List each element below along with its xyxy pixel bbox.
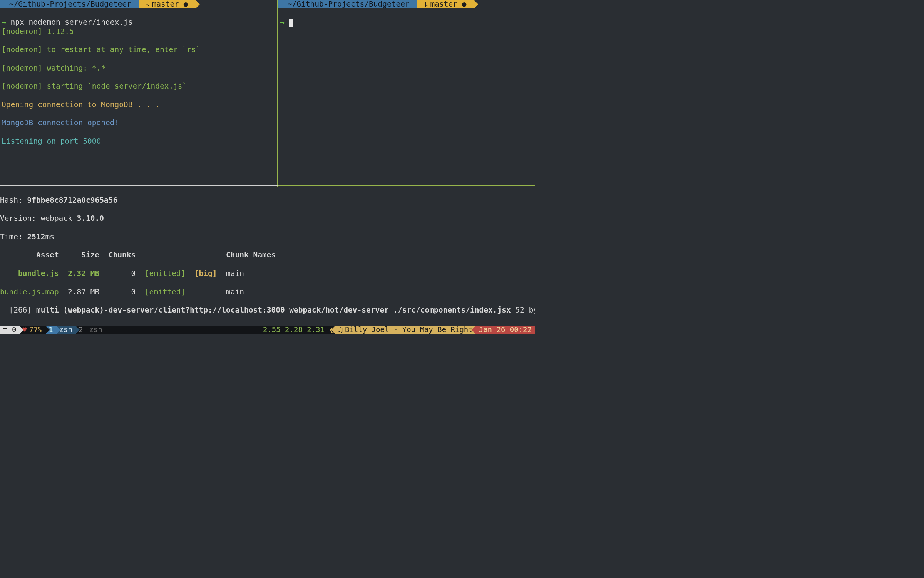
webpack-output: Hash: 9fbbe8c8712a0c965a56 Version: webp… bbox=[0, 187, 535, 324]
terminal-output-left[interactable]: → npx nodemon server/index.js [nodemon] … bbox=[0, 8, 277, 164]
prompt-dirty-dot: ● bbox=[179, 0, 192, 9]
session-indicator[interactable]: ❐ 0 bbox=[0, 326, 19, 334]
session-id: 0 bbox=[12, 325, 16, 334]
tmux-screen: ~/Github-Projects/Budgeteer master ● → n… bbox=[0, 0, 535, 334]
now-playing: ♫Billy Joel - You May Be Right bbox=[335, 326, 476, 334]
hash-value: 9fbbe8c8712a0c965a56 bbox=[27, 196, 117, 205]
output-line: [nodemon] to restart at any time, enter … bbox=[2, 45, 276, 54]
last-command: npx nodemon server/index.js bbox=[10, 18, 132, 27]
assets-header: Asset Size Chunks Chunk Names bbox=[0, 250, 276, 259]
prompt-path: ~/Github-Projects/Budgeteer bbox=[283, 0, 414, 9]
status-spacer bbox=[105, 326, 260, 334]
prompt-arrow-icon: → bbox=[2, 18, 10, 27]
prompt-right: ~/Github-Projects/Budgeteer master ● bbox=[278, 0, 535, 8]
asset-name: bundle.js bbox=[18, 269, 59, 278]
tmux-status-bar: ❐ 0 ♥77% 1 zsh 2 zsh 2.55 2.28 2.31 ❮ ♫B… bbox=[0, 326, 535, 334]
entry-module: multi (webpack)-dev-server/client?http:/… bbox=[36, 306, 511, 314]
pane-top-right[interactable]: ~/Github-Projects/Budgeteer master ● → bbox=[278, 0, 535, 185]
window-other-name[interactable]: zsh bbox=[86, 326, 105, 334]
output-line: Opening connection to MongoDB . . . bbox=[2, 100, 276, 109]
time-label: Time: bbox=[0, 232, 27, 241]
output-line: [nodemon] starting `node server/index.js… bbox=[2, 82, 276, 91]
version-label: Version: webpack bbox=[0, 214, 77, 223]
clock: Jan 26 00:22 bbox=[476, 326, 535, 334]
output-line: Listening on port 5000 bbox=[2, 137, 276, 146]
asset-name: bundle.js.map bbox=[0, 287, 59, 296]
prompt-branch-segment: master ● bbox=[417, 0, 474, 8]
music-note-icon: ♫ bbox=[338, 325, 343, 334]
prompt-arrow-icon: → bbox=[280, 18, 289, 27]
prompt-branch-segment: master ● bbox=[139, 0, 196, 8]
version-value: 3.10.0 bbox=[77, 214, 104, 223]
git-branch-icon bbox=[146, 2, 149, 7]
prompt-branch: master bbox=[430, 0, 457, 9]
prompt-path-segment: ~/Github-Projects/Budgeteer bbox=[0, 0, 139, 8]
output-line: [nodemon] 1.12.5 bbox=[2, 27, 276, 36]
prompt-branch: master bbox=[152, 0, 179, 9]
battery-pct: 77% bbox=[29, 325, 42, 334]
prompt-path-segment: ~/Github-Projects/Budgeteer bbox=[278, 0, 417, 8]
emitted-tag: [emitted] bbox=[145, 269, 186, 278]
output-line: [nodemon] watching: *.* bbox=[2, 64, 276, 73]
session-icon: ❐ bbox=[3, 325, 7, 334]
terminal-output-right[interactable]: → bbox=[278, 8, 535, 36]
now-playing-title: Billy Joel - You May Be Right bbox=[345, 325, 473, 334]
pane-divider-horizontal-active bbox=[278, 185, 535, 186]
prompt-path: ~/Github-Projects/Budgeteer bbox=[5, 0, 136, 9]
pane-top-left[interactable]: ~/Github-Projects/Budgeteer master ● → n… bbox=[0, 0, 277, 185]
asset-size: 2.32 MB bbox=[68, 269, 99, 278]
prompt-left: ~/Github-Projects/Budgeteer master ● bbox=[0, 0, 277, 8]
git-branch-icon bbox=[424, 2, 428, 7]
emitted-tag: [emitted] bbox=[145, 287, 186, 296]
pane-divider-vertical[interactable] bbox=[277, 0, 278, 187]
output-line: MongoDB connection opened! bbox=[2, 118, 276, 128]
prompt-dirty-dot: ● bbox=[457, 0, 471, 9]
big-tag: [big] bbox=[194, 269, 217, 278]
hash-label: Hash: bbox=[0, 196, 27, 205]
clock-text: Jan 26 00:22 bbox=[479, 325, 532, 334]
pane-bottom[interactable]: Hash: 9fbbe8c8712a0c965a56 Version: webp… bbox=[0, 187, 535, 324]
load-average: 2.55 2.28 2.31 bbox=[260, 326, 328, 334]
text-cursor[interactable] bbox=[289, 19, 293, 27]
time-value: 2512 bbox=[27, 232, 45, 241]
